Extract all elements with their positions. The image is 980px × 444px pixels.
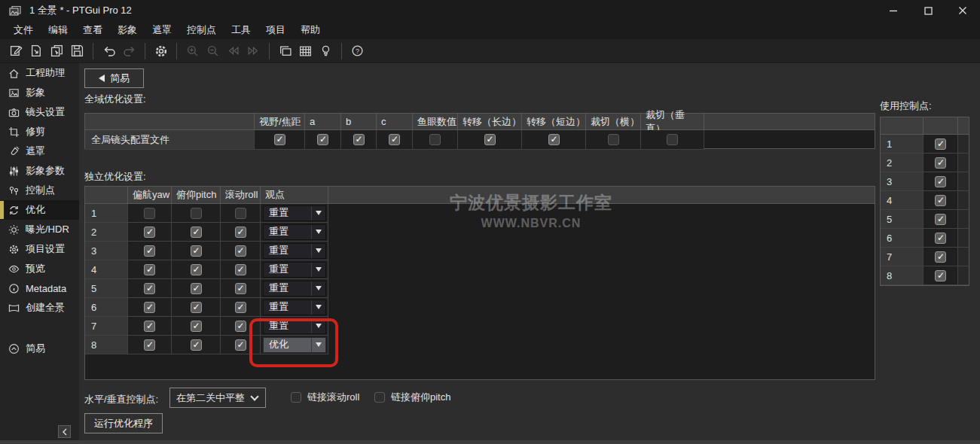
use-cp-checkbox[interactable] <box>935 176 946 187</box>
pitch-checkbox[interactable] <box>191 264 202 275</box>
menu-images[interactable]: 影象 <box>110 21 145 39</box>
viewpoint-dropdown[interactable]: 重置 <box>263 243 326 259</box>
hv-control-points-select[interactable]: 在第二关中平整 <box>169 388 266 408</box>
sidebar-item-images[interactable]: 影象 <box>0 83 79 102</box>
pitch-checkbox[interactable] <box>191 227 202 238</box>
viewpoint-dropdown[interactable]: 重置 <box>263 205 326 221</box>
link-pitch-checkbox[interactable] <box>374 392 385 403</box>
minimize-button[interactable] <box>876 0 911 21</box>
roll-checkbox[interactable] <box>235 339 246 351</box>
use-cp-checkbox[interactable] <box>935 233 946 244</box>
collapse-panel-button[interactable] <box>58 425 71 438</box>
yaw-checkbox[interactable] <box>144 339 155 351</box>
menu-view[interactable]: 查看 <box>75 21 110 39</box>
link-roll-checkbox[interactable] <box>291 392 301 403</box>
roll-checkbox[interactable] <box>235 245 246 257</box>
viewpoint-dropdown[interactable]: 重置 <box>263 300 326 315</box>
menu-edit[interactable]: 编辑 <box>41 21 75 39</box>
roll-checkbox[interactable] <box>235 302 246 313</box>
back-to-simple-button[interactable]: 简易 <box>84 68 144 88</box>
next-icon[interactable] <box>243 41 264 61</box>
sidebar-item-exposure-hdr[interactable]: 曝光/HDR <box>0 220 79 239</box>
viewpoint-dropdown[interactable]: 优化 <box>263 337 326 353</box>
viewpoint-dropdown[interactable]: 重置 <box>263 224 326 240</box>
sidebar-item-project-settings[interactable]: 项目设置 <box>0 239 79 259</box>
sidebar-item-lens-settings[interactable]: 镜头设置 <box>0 102 79 122</box>
shear-h-checkbox[interactable] <box>608 134 619 145</box>
sidebar-item-preview[interactable]: 预览 <box>0 259 79 278</box>
use-cp-checkbox[interactable] <box>935 138 946 150</box>
edit-project-icon[interactable] <box>6 41 26 61</box>
maximize-button[interactable] <box>911 0 945 21</box>
panorama-editor-icon[interactable] <box>275 41 295 61</box>
use-cp-checkbox[interactable] <box>935 270 946 281</box>
shear-v-checkbox[interactable] <box>667 134 678 145</box>
info-icon <box>8 283 20 294</box>
use-cp-checkbox[interactable] <box>935 251 946 263</box>
a-checkbox[interactable] <box>317 134 328 145</box>
pitch-checkbox[interactable] <box>191 321 202 332</box>
pitch-checkbox[interactable] <box>191 339 202 351</box>
pitch-checkbox[interactable] <box>191 208 202 219</box>
pitch-checkbox[interactable] <box>191 283 202 294</box>
menu-file[interactable]: 文件 <box>6 21 41 39</box>
yaw-checkbox[interactable] <box>144 321 155 332</box>
b-checkbox[interactable] <box>353 134 365 145</box>
c-checkbox[interactable] <box>389 134 400 145</box>
tips-bulb-icon[interactable] <box>316 41 336 61</box>
use-cp-checkbox[interactable] <box>935 214 946 225</box>
yaw-checkbox[interactable] <box>144 227 155 238</box>
project-template-icon[interactable] <box>47 41 67 61</box>
help-icon[interactable]: ? <box>347 41 368 61</box>
previous-icon[interactable] <box>223 41 243 61</box>
menu-mask[interactable]: 遮罩 <box>145 21 179 39</box>
use-cp-checkbox[interactable] <box>935 195 946 206</box>
menu-help[interactable]: 帮助 <box>293 21 328 39</box>
redo-icon[interactable] <box>119 41 139 61</box>
roll-checkbox[interactable] <box>235 227 246 238</box>
yaw-checkbox[interactable] <box>144 302 155 313</box>
sidebar-item-crop[interactable]: 修剪 <box>0 122 79 141</box>
sidebar-item-create-panorama[interactable]: 创建全景 <box>0 298 79 318</box>
pitch-checkbox[interactable] <box>191 302 202 313</box>
sidebar-item-optimizer[interactable]: 优化 <box>0 200 79 220</box>
viewpoint-dropdown[interactable]: 重置 <box>263 318 326 334</box>
viewpoint-dropdown[interactable]: 重置 <box>263 262 326 278</box>
save-icon[interactable] <box>67 41 87 61</box>
viewpoint-dropdown[interactable]: 重置 <box>263 281 326 297</box>
menu-control-points[interactable]: 控制点 <box>179 21 224 39</box>
sidebar-item-metadata[interactable]: Metadata <box>0 278 79 298</box>
roll-checkbox[interactable] <box>235 208 246 219</box>
titlebar: 1 全景 * - PTGui Pro 12 <box>0 0 980 21</box>
pitch-checkbox[interactable] <box>191 245 202 257</box>
sidebar-item-simple-mode[interactable]: 简易 <box>0 339 79 358</box>
sidebar-item-control-points[interactable]: 控制点 <box>0 181 79 200</box>
roll-checkbox[interactable] <box>235 321 246 332</box>
use-cp-checkbox[interactable] <box>935 157 946 169</box>
run-optimizer-button[interactable]: 运行优化程序 <box>84 413 163 433</box>
sidebar-item-project-assistant[interactable]: 工程助理 <box>0 63 79 83</box>
yaw-checkbox[interactable] <box>144 264 155 275</box>
menu-project[interactable]: 项目 <box>258 21 293 39</box>
undo-icon[interactable] <box>99 41 119 61</box>
open-project-icon[interactable] <box>26 41 47 61</box>
close-button[interactable] <box>945 0 980 21</box>
settings-gear-icon[interactable] <box>151 41 171 61</box>
detail-grid-icon[interactable] <box>295 41 316 61</box>
yaw-checkbox[interactable] <box>144 283 155 294</box>
fisheye-checkbox[interactable] <box>429 134 441 145</box>
menu-tools[interactable]: 工具 <box>224 21 258 39</box>
zoom-in-icon[interactable] <box>182 41 203 61</box>
sidebar-item-image-parameters[interactable]: 影象参数 <box>0 161 79 181</box>
sidebar-item-label: 镜头设置 <box>26 105 65 119</box>
yaw-checkbox[interactable] <box>144 245 155 257</box>
fov-checkbox[interactable] <box>274 134 285 145</box>
shift-short-checkbox[interactable] <box>548 134 560 145</box>
shift-long-checkbox[interactable] <box>484 134 496 145</box>
sidebar-item-mask[interactable]: 遮罩 <box>0 141 79 161</box>
zoom-out-icon[interactable] <box>203 41 223 61</box>
roll-checkbox[interactable] <box>235 283 246 294</box>
yaw-checkbox[interactable] <box>144 208 155 219</box>
dropdown-cell: 优化 <box>261 336 328 354</box>
roll-checkbox[interactable] <box>235 264 246 275</box>
